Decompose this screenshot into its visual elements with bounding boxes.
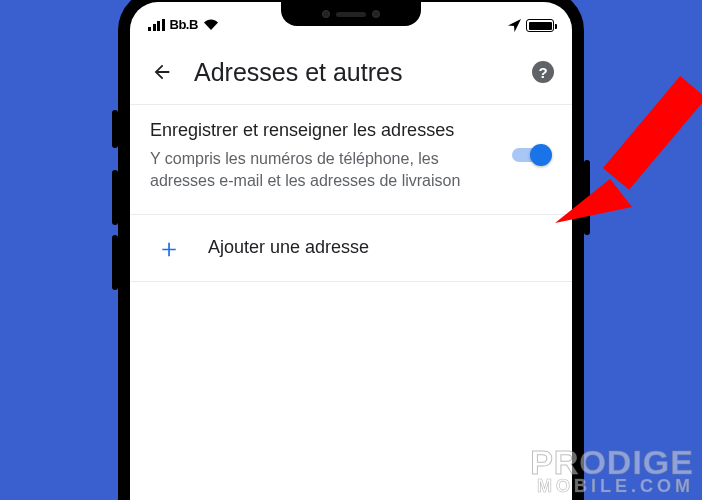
phone-side-button: [112, 170, 118, 225]
help-button[interactable]: ?: [532, 61, 554, 83]
back-button[interactable]: [144, 54, 180, 90]
page-header: Adresses et autres ?: [130, 34, 572, 104]
save-addresses-toggle[interactable]: [512, 144, 552, 166]
plus-icon: ＋: [156, 235, 182, 261]
carrier-label: Bb.B: [170, 17, 198, 32]
signal-icon: [148, 19, 165, 31]
add-address-button[interactable]: ＋ Ajouter une adresse: [130, 215, 572, 282]
phone-side-button: [584, 160, 590, 235]
phone-side-button: [112, 110, 118, 148]
location-icon: [508, 19, 521, 32]
arrow-left-icon: [151, 61, 173, 83]
wifi-icon: [203, 19, 219, 31]
svg-rect-1: [603, 76, 702, 190]
save-addresses-setting: Enregistrer et renseigner les adresses Y…: [130, 104, 572, 215]
battery-icon: [526, 19, 554, 32]
phone-notch: [281, 2, 421, 26]
phone-frame: Bb.B Adresses et autres ?: [118, 0, 584, 500]
question-icon: ?: [538, 64, 547, 81]
phone-screen: Bb.B Adresses et autres ?: [130, 2, 572, 500]
setting-description: Y compris les numéros de téléphone, les …: [150, 148, 496, 191]
setting-title: Enregistrer et renseigner les adresses: [150, 119, 496, 142]
add-address-label: Ajouter une adresse: [208, 237, 369, 258]
phone-side-button: [112, 235, 118, 290]
page-title: Adresses et autres: [194, 58, 518, 87]
